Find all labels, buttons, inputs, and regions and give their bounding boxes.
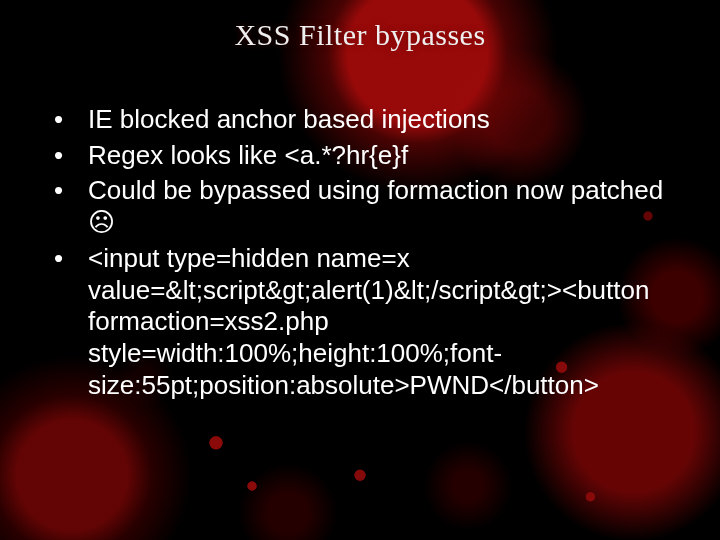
bullet-text: Could be bypassed using formaction now p… (88, 175, 663, 237)
list-item: <input type=hidden name=x value=&lt;scri… (30, 243, 690, 402)
list-item: IE blocked anchor based injections (30, 104, 690, 136)
bullet-text: Regex looks like <a.*?hr{e}f (88, 140, 408, 170)
bullet-text: <input type=hidden name=x value=&lt;scri… (88, 243, 649, 400)
bullet-text: IE blocked anchor based injections (88, 104, 490, 134)
slide: XSS Filter bypasses IE blocked anchor ba… (0, 0, 720, 540)
list-item: Could be bypassed using formaction now p… (30, 175, 690, 238)
slide-title: XSS Filter bypasses (0, 0, 720, 52)
list-item: Regex looks like <a.*?hr{e}f (30, 140, 690, 172)
bullet-list: IE blocked anchor based injections Regex… (30, 104, 690, 401)
slide-body: IE blocked anchor based injections Regex… (0, 52, 720, 401)
